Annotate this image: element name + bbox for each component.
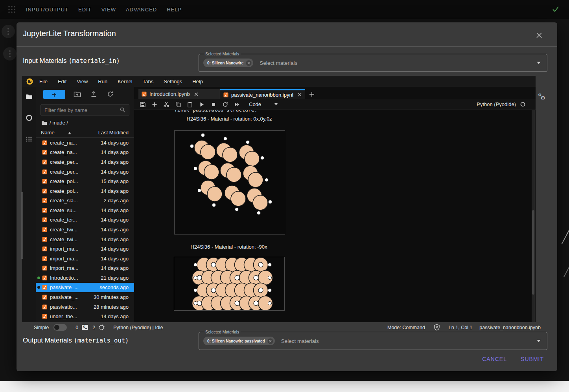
save-button[interactable] — [140, 101, 146, 108]
kernels-count[interactable]: 2 — [92, 325, 95, 330]
restart-run-all-button[interactable] — [234, 101, 240, 108]
new-folder-icon[interactable] — [74, 90, 81, 98]
table-row[interactable]: create_su...14 days ago — [36, 205, 134, 215]
close-tab-icon[interactable] — [297, 92, 302, 97]
refresh-icon[interactable] — [107, 90, 114, 98]
table-row[interactable]: passivate_...seconds ago — [36, 283, 134, 293]
table-row[interactable]: create_na...14 days ago — [36, 148, 134, 158]
file-name: import_ma... — [50, 265, 78, 271]
tab-label: Introduction.ipynb — [149, 91, 190, 97]
kernel-name-button[interactable]: Python (Pyodide) — [477, 101, 516, 107]
notebook-file-icon — [42, 227, 47, 232]
table-row[interactable]: create_twi...14 days ago — [36, 225, 134, 234]
table-row[interactable]: import_ma...14 days ago — [36, 244, 134, 254]
chevron-down-icon[interactable] — [537, 340, 541, 342]
menu-help[interactable]: HELP — [167, 7, 182, 13]
cancel-button[interactable]: CANCEL — [480, 355, 509, 363]
table-row[interactable]: import_ma...14 days ago — [36, 254, 134, 264]
running-kernels-icon[interactable] — [25, 114, 33, 122]
file-modified: seconds ago — [99, 284, 129, 290]
modified-column-header[interactable]: Last Modified — [98, 130, 129, 136]
materials-in-code: (materials_in) — [68, 57, 120, 64]
menu-advanced[interactable]: ADVANCED — [126, 7, 157, 13]
upload-icon[interactable] — [90, 90, 98, 98]
file-browser-icon[interactable] — [25, 93, 33, 101]
notebook-scrollbar[interactable] — [532, 110, 535, 322]
table-row[interactable]: under_the...14 days ago — [36, 311, 134, 321]
menu-edit[interactable]: EDIT — [78, 7, 92, 13]
table-row[interactable]: Introductio...21 days ago — [36, 273, 134, 283]
notebook-content[interactable]: final passivated structure: H24Si36 - Ma… — [134, 110, 536, 322]
apps-grid-icon[interactable] — [7, 5, 17, 14]
table-row[interactable]: passivatio...28 minutes ago — [36, 302, 134, 312]
table-row[interactable]: create_per...14 days ago — [36, 157, 134, 167]
widget-settings-gears-icon[interactable]: ⚙ ⚙ — [538, 93, 545, 100]
remove-chip-icon[interactable] — [246, 60, 252, 66]
table-row[interactable]: create_per...14 days ago — [36, 167, 134, 177]
name-column-header[interactable]: Name — [41, 130, 55, 136]
table-row[interactable]: create_poi...15 days ago — [36, 176, 134, 186]
simple-mode-toggle[interactable] — [53, 324, 67, 331]
restart-kernel-button[interactable] — [222, 101, 228, 108]
jupyter-menu-settings[interactable]: Settings — [164, 79, 182, 84]
jupyter-menu-view[interactable]: View — [77, 79, 88, 84]
menu-view[interactable]: VIEW — [101, 7, 116, 13]
input-materials-label: Input Materials (materials_in) — [23, 57, 120, 65]
new-launcher-button[interactable] — [43, 90, 65, 99]
shield-x-icon[interactable] — [434, 324, 440, 331]
kernel-status-dot — [37, 277, 40, 279]
table-row[interactable]: passivate_...30 minutes ago — [36, 292, 134, 302]
chevron-down-icon[interactable] — [537, 62, 541, 64]
atomic-structure-render — [175, 131, 285, 234]
kernel-state[interactable]: Python (Pyodide) | Idle — [113, 325, 163, 330]
filter-files-input[interactable] — [41, 107, 120, 113]
kernel-status-icon[interactable] — [520, 102, 525, 107]
new-tab-icon[interactable] — [308, 91, 315, 98]
jupyter-menu-tabs[interactable]: Tabs — [143, 79, 153, 84]
insert-cell-button[interactable] — [151, 101, 158, 108]
material-chip[interactable]: 0: Silicon Nanowire passivated — [203, 337, 275, 345]
screen: INPUT/OUTPUTEDITVIEWADVANCEDHELP Jupyter… — [0, 0, 569, 392]
mode-indicator[interactable]: Mode: Command — [387, 325, 425, 330]
background-kebab-button[interactable] — [2, 25, 15, 38]
file-name: Introductio... — [50, 275, 78, 281]
table-row[interactable]: create_poi...14 days ago — [36, 186, 134, 196]
notebook-file-icon — [42, 150, 47, 155]
table-row[interactable]: create_sla...2 days ago — [36, 196, 134, 205]
terminals-count[interactable]: 0 — [75, 325, 78, 330]
tab-introduction-ipynb[interactable]: Introduction.ipynb — [138, 89, 220, 99]
notebook-file-icon — [42, 217, 47, 222]
run-cell-button[interactable] — [199, 101, 205, 108]
jupyter-menu-help[interactable]: Help — [192, 79, 203, 84]
background-kebab-button[interactable] — [3, 47, 17, 60]
jupyter-menu-file[interactable]: File — [39, 79, 48, 84]
copy-cells-button[interactable] — [175, 101, 181, 108]
jupyter-menu-kernel[interactable]: Kernel — [118, 79, 133, 84]
cell-type-dropdown[interactable]: Code — [249, 101, 278, 107]
cut-cells-button[interactable] — [163, 101, 169, 108]
tab-passivate-nanoribbon-ipynb[interactable]: passivate_nanoribbon.ipynb — [220, 89, 305, 99]
output-materials-select[interactable]: Selected Materials 0: Silicon Nanowire p… — [199, 332, 547, 350]
table-row[interactable]: create_twi...14 days ago — [36, 234, 134, 244]
chevron-down-icon — [274, 103, 278, 105]
paste-cells-button[interactable] — [187, 101, 193, 108]
table-row[interactable]: create_na...14 days ago — [36, 138, 134, 148]
table-row[interactable]: create_ter...14 days ago — [36, 215, 134, 225]
jupyter-menu-run[interactable]: Run — [98, 79, 107, 84]
table-of-contents-icon[interactable] — [25, 135, 33, 143]
cursor-position[interactable]: Ln 1, Col 1 — [449, 325, 472, 330]
submit-button[interactable]: SUBMIT — [518, 355, 546, 363]
input-materials-select[interactable]: Selected Materials 0: Silicon Nanowire S… — [199, 54, 547, 72]
jupyter-menu-edit[interactable]: Edit — [58, 79, 66, 84]
interrupt-kernel-button[interactable] — [210, 101, 217, 108]
table-row[interactable]: import_ma...14 days ago — [36, 264, 134, 273]
dialog-title: JupyterLite Transformation — [23, 29, 116, 38]
material-chip[interactable]: 0: Silicon Nanowire — [203, 59, 253, 67]
menu-input-output[interactable]: INPUT/OUTPUT — [26, 7, 68, 13]
close-tab-icon[interactable] — [194, 92, 199, 97]
status-left-group: Simple 0 $_ 2 Python (Pyodide) | Idle — [34, 324, 163, 331]
close-icon[interactable] — [535, 31, 543, 39]
breadcrumb[interactable]: / made / — [41, 120, 68, 126]
scrollbar-thumb[interactable] — [532, 210, 534, 295]
remove-chip-icon[interactable] — [267, 338, 273, 344]
